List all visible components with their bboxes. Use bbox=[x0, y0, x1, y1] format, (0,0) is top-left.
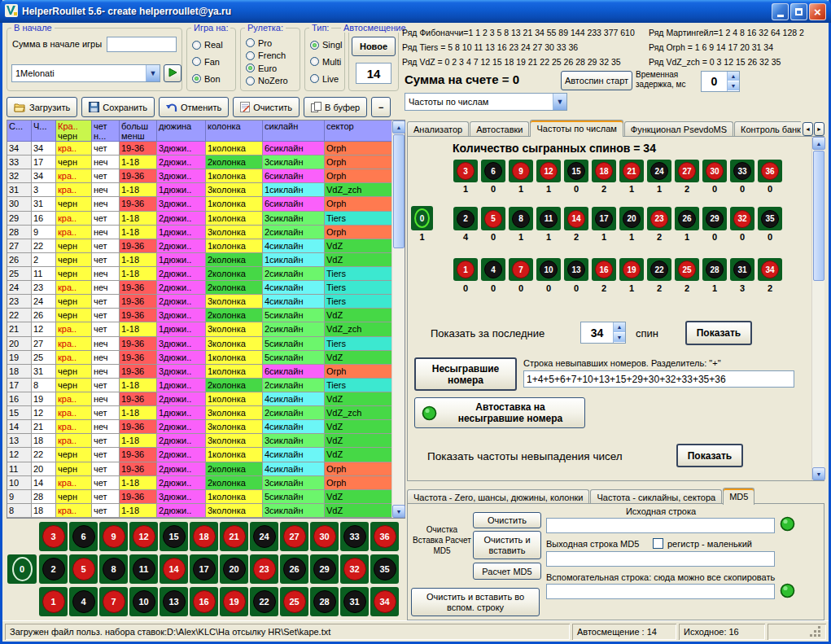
start-sum-input[interactable] bbox=[107, 37, 177, 52]
spin-row[interactable]: 178чернчет1-181дюжи..2колонка2сиклайнTie… bbox=[7, 379, 405, 392]
tab-analysis-1[interactable]: Автоставки bbox=[470, 121, 529, 137]
number-tile-15[interactable]: 15 bbox=[564, 160, 588, 182]
close-button[interactable]: × bbox=[809, 3, 826, 20]
number-tile-24[interactable]: 24 bbox=[647, 160, 671, 182]
radio-option-multi[interactable]: Multi bbox=[310, 57, 343, 67]
number-tile-6[interactable]: 6 bbox=[69, 522, 98, 551]
number-tile-36[interactable]: 36 bbox=[370, 522, 399, 551]
number-tile-22[interactable]: 22 bbox=[250, 587, 278, 616]
number-tile-36[interactable]: 36 bbox=[758, 160, 782, 182]
resize-grip[interactable] bbox=[810, 626, 821, 637]
number-tile-23[interactable]: 23 bbox=[647, 207, 671, 230]
scroll-thumb[interactable] bbox=[813, 151, 824, 281]
spin-down-icon[interactable]: ▼ bbox=[728, 81, 739, 91]
number-tile-19[interactable]: 19 bbox=[220, 587, 248, 616]
number-tile-25[interactable]: 25 bbox=[675, 258, 699, 281]
radio-option-live[interactable]: Live bbox=[310, 74, 343, 84]
number-tile-12[interactable]: 12 bbox=[129, 522, 158, 551]
md5-source-input[interactable] bbox=[546, 518, 775, 533]
number-tile-7[interactable]: 7 bbox=[99, 587, 128, 616]
number-tile-4[interactable]: 4 bbox=[69, 587, 98, 616]
spin-row[interactable]: 1619кра..неч19-362дюжи..1колонка4сиклайн… bbox=[7, 392, 405, 406]
spin-row[interactable]: 3317черннеч1-182дюжи..2колонка3сиклайнOr… bbox=[7, 156, 405, 169]
md5-aux-action-button[interactable] bbox=[780, 583, 796, 599]
spin-row[interactable]: 262чернчет1-181дюжи..2колонка1сиклайнVdZ bbox=[7, 253, 405, 267]
number-tile-20[interactable]: 20 bbox=[220, 554, 248, 584]
spin-row[interactable]: 289кра..неч1-181дюжи..3колонка2сиклайнOr… bbox=[7, 226, 405, 239]
number-tile-18[interactable]: 18 bbox=[190, 522, 218, 551]
md5-calc-button[interactable]: Расчет MD5 bbox=[473, 563, 541, 580]
missed-numbers-button[interactable]: Несыгравшие номера bbox=[414, 357, 517, 391]
number-tile-32[interactable]: 32 bbox=[340, 554, 369, 584]
spin-row[interactable]: 3031черннеч19-363дюжи..1колонка6сиклайнO… bbox=[7, 197, 405, 211]
radio-option-real[interactable]: Real bbox=[192, 40, 234, 50]
radio-option-singl[interactable]: Singl bbox=[310, 40, 343, 50]
number-tile-34[interactable]: 34 bbox=[758, 258, 782, 281]
number-tile-3[interactable]: 3 bbox=[39, 522, 68, 551]
spin-row[interactable]: 818кра..чет1-182дюжи..3колонка3сиклайнVd… bbox=[7, 504, 405, 518]
number-tile-11[interactable]: 11 bbox=[129, 554, 158, 584]
delay-spinner[interactable]: 0 ▲▼ bbox=[701, 71, 740, 92]
md5-clear-paste-aux-button[interactable]: Очистить и вставить во вспом. строку bbox=[411, 588, 540, 616]
number-tile-17[interactable]: 17 bbox=[190, 554, 218, 584]
number-tile-29[interactable]: 29 bbox=[702, 207, 727, 230]
number-tile-2[interactable]: 2 bbox=[39, 554, 68, 584]
md5-clear-paste-button[interactable]: Очистить и вставить bbox=[473, 531, 541, 559]
spin-row[interactable]: 928чернчет19-363дюжи..1колонка5сиклайнVd… bbox=[7, 490, 405, 504]
number-tile-21[interactable]: 21 bbox=[619, 160, 644, 182]
number-tile-6[interactable]: 6 bbox=[481, 160, 505, 182]
number-tile-0[interactable]: 0 bbox=[7, 554, 37, 584]
spin-row[interactable]: 1831черннеч19-363дюжи..1колонка6сиклайнO… bbox=[7, 365, 405, 379]
collapse-button[interactable]: − bbox=[371, 97, 391, 117]
number-tile-13[interactable]: 13 bbox=[160, 587, 188, 616]
load-button[interactable]: Загрузить bbox=[7, 97, 77, 117]
number-tile-27[interactable]: 27 bbox=[280, 522, 308, 551]
radio-option-pro[interactable]: Pro bbox=[246, 38, 298, 48]
number-tile-19[interactable]: 19 bbox=[619, 258, 644, 281]
number-tile-4[interactable]: 4 bbox=[481, 258, 505, 281]
number-tile-9[interactable]: 9 bbox=[509, 160, 533, 182]
number-tile-28[interactable]: 28 bbox=[702, 258, 727, 281]
view-mode-combobox[interactable]: Частоты по числам ▼ bbox=[405, 93, 567, 111]
preset-combobox[interactable]: 1Melonati ▼ bbox=[11, 64, 160, 82]
radio-option-french[interactable]: French bbox=[246, 50, 298, 60]
clear-button[interactable]: Очистить bbox=[233, 97, 300, 117]
spin-row[interactable]: 2027кра..неч19-363дюжи..3колонка5сиклайн… bbox=[7, 337, 405, 351]
number-tile-5[interactable]: 5 bbox=[69, 554, 98, 584]
spin-row[interactable]: 3234кра..чет19-363дюжи..1колонка6сиклайн… bbox=[7, 169, 405, 183]
autospin-start-button[interactable]: Автоспин старт bbox=[561, 71, 632, 90]
number-tile-32[interactable]: 32 bbox=[730, 207, 754, 230]
spin-row[interactable]: 2511черннеч1-182дюжи..2колонка2сиклайнTi… bbox=[7, 267, 405, 281]
number-tile-7[interactable]: 7 bbox=[509, 258, 533, 281]
spin-down-icon[interactable]: ▼ bbox=[614, 333, 625, 344]
md5-source-action-button[interactable] bbox=[780, 516, 796, 532]
number-tile-34[interactable]: 34 bbox=[370, 587, 399, 616]
tab-scroll-left-icon[interactable]: ◄ bbox=[803, 122, 813, 136]
number-tile-2[interactable]: 2 bbox=[453, 207, 478, 230]
new-shift-button[interactable]: Новое bbox=[352, 37, 396, 56]
number-tile-14[interactable]: 14 bbox=[564, 207, 588, 230]
missed-numbers-input[interactable] bbox=[523, 370, 794, 388]
spin-row[interactable]: 1925кра..неч19-363дюжи..1колонка5сиклайн… bbox=[7, 351, 405, 365]
md5-output-input[interactable] bbox=[546, 551, 775, 567]
number-tile-20[interactable]: 20 bbox=[619, 207, 644, 230]
spin-row[interactable]: 1014кра..чет1-182дюжи..2колонка3сиклайнO… bbox=[7, 476, 405, 490]
number-tile-31[interactable]: 31 bbox=[340, 587, 369, 616]
scroll-thumb[interactable] bbox=[393, 134, 405, 248]
number-tile-28[interactable]: 28 bbox=[310, 587, 339, 616]
number-tile-31[interactable]: 31 bbox=[730, 258, 754, 281]
number-tile-26[interactable]: 26 bbox=[675, 207, 699, 230]
number-tile-22[interactable]: 22 bbox=[647, 258, 671, 281]
number-tile-8[interactable]: 8 bbox=[99, 554, 128, 584]
spin-up-icon[interactable]: ▲ bbox=[728, 72, 739, 81]
spin-up-icon[interactable]: ▲ bbox=[614, 322, 625, 333]
spin-row[interactable]: 1318кра..чет1-182дюжи..3колонка3сиклайнV… bbox=[7, 434, 405, 448]
number-tile-16[interactable]: 16 bbox=[190, 587, 218, 616]
radio-option-nozero[interactable]: NoZero bbox=[246, 76, 298, 85]
number-tile-35[interactable]: 35 bbox=[370, 554, 399, 584]
number-tile-5[interactable]: 5 bbox=[481, 207, 505, 230]
show-button[interactable]: Показать bbox=[685, 321, 752, 345]
number-tile-11[interactable]: 11 bbox=[536, 207, 561, 230]
spin-row[interactable]: 1120чернчет19-362дюжи..2колонка4сиклайнO… bbox=[7, 462, 405, 476]
tab-analysis-3[interactable]: Функционал PsevdoMS bbox=[624, 121, 733, 137]
